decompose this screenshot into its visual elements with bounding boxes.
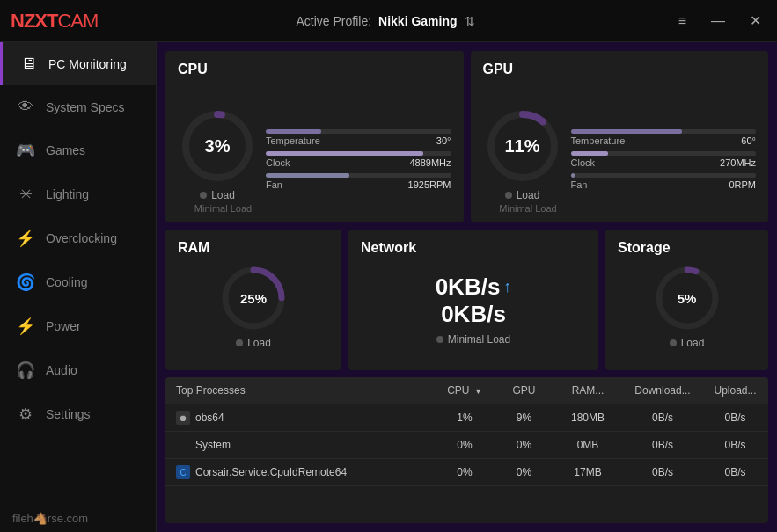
gpu-clock-row: Clock 270MHz	[571, 151, 757, 168]
cpu-clock-label: Clock	[266, 157, 290, 168]
system-ram: 0MB	[553, 433, 623, 457]
storage-dot	[670, 339, 677, 346]
gpu-clock-value: 270MHz	[720, 157, 756, 168]
cpu-card: CPU 3% Load	[165, 51, 464, 222]
table-row: ⏺ obs64 1% 9% 180MB 0B/s 0B/s	[165, 404, 768, 432]
col-header-upload[interactable]: Upload...	[702, 377, 768, 404]
sidebar-label-audio: Audio	[46, 363, 77, 377]
sidebar-label-games: Games	[46, 143, 85, 157]
col-header-ram[interactable]: RAM...	[553, 377, 623, 404]
ram-load-value: 25%	[240, 291, 267, 306]
sidebar-item-cooling[interactable]: 🌀 Cooling	[0, 260, 156, 304]
cpu-load-value: 3%	[205, 135, 231, 156]
table-row: C Corsair.Service.CpuIdRemote64 0% 0% 17…	[165, 459, 768, 486]
app-logo: NZXTCAM	[11, 10, 98, 33]
process-name-obs-label: obs64	[195, 412, 224, 424]
cpu-stats: Temperature 30° Clock 4889MHz	[266, 129, 451, 190]
watermark: fileh🐴rse.com	[12, 512, 88, 525]
cpu-fan-row: Fan 1925RPM	[266, 173, 451, 190]
sidebar-item-system-specs[interactable]: 👁 System Specs	[0, 85, 156, 128]
obs-dl: 0B/s	[623, 405, 702, 430]
cpu-load-label: Load	[211, 189, 235, 201]
network-upload-value: 0KB/s	[436, 273, 501, 301]
cpu-sort-icon: ▼	[474, 387, 482, 396]
obs-ul: 0B/s	[702, 405, 768, 430]
sidebar-item-games[interactable]: 🎮 Games	[0, 128, 156, 172]
eye-icon: 👁	[16, 98, 35, 116]
ram-load-label: Load	[247, 337, 271, 349]
sidebar-label-power: Power	[46, 319, 81, 333]
storage-gauge: 5%	[652, 263, 722, 333]
sidebar-item-settings[interactable]: ⚙ Settings	[0, 392, 156, 436]
col-header-process: Top Processes	[165, 377, 434, 404]
network-download: 0KB/s	[441, 301, 506, 328]
cooling-icon: 🌀	[16, 273, 35, 292]
sidebar-label-cooling: Cooling	[46, 275, 87, 289]
sidebar-item-pc-monitoring[interactable]: 🖥 PC Monitoring	[0, 42, 156, 85]
gpu-dot	[505, 192, 512, 199]
network-download-value: 0KB/s	[441, 301, 506, 328]
cpu-gauge-row: 3% Load Minimal Load Temperature	[178, 84, 451, 235]
logo-cam: CAM	[57, 10, 98, 32]
close-button[interactable]: ✕	[744, 9, 766, 33]
obs-cpu: 1%	[434, 405, 495, 430]
process-name-system-label: System	[195, 439, 231, 451]
process-name-system: System	[165, 432, 434, 458]
top-row: CPU 3% Load	[165, 51, 768, 222]
gpu-gauge: 11%	[483, 106, 562, 186]
minimize-button[interactable]: —	[706, 10, 730, 33]
gpu-fan-label: Fan	[571, 179, 588, 190]
system-icon	[176, 438, 190, 452]
cpu-minimal-load: Minimal Load	[194, 203, 252, 214]
audio-icon: 🎧	[16, 361, 35, 380]
games-icon: 🎮	[16, 141, 35, 160]
cpu-title: CPU	[178, 62, 451, 77]
gpu-temp-label: Temperature	[571, 135, 626, 146]
network-title: Network	[361, 240, 586, 256]
overclocking-icon: ⚡	[16, 229, 35, 248]
cpu-temp-value: 30°	[436, 135, 451, 146]
gpu-load-row: Load	[505, 189, 540, 201]
storage-card: Storage 5% Load	[605, 230, 768, 370]
gpu-fan-value: 0RPM	[729, 179, 756, 190]
gpu-card: GPU 11% Load	[471, 51, 769, 222]
col-header-gpu[interactable]: GPU	[495, 377, 553, 404]
network-content: 0KB/s ↑ 0KB/s Minimal Load	[361, 263, 586, 356]
sidebar-label-pc-monitoring: PC Monitoring	[48, 57, 127, 71]
sidebar-item-power[interactable]: ⚡ Power	[0, 304, 156, 348]
corsair-dl: 0B/s	[623, 460, 702, 485]
active-profile-label: Active Profile:	[296, 14, 371, 28]
processes-section: Top Processes CPU ▼ GPU RAM... Download.…	[165, 377, 768, 523]
cpu-clock-row: Clock 4889MHz	[266, 151, 451, 168]
bottom-row: RAM 25% Load Ne	[165, 230, 768, 370]
network-minimal-load-row: Minimal Load	[436, 333, 510, 346]
menu-button[interactable]: ≡	[673, 10, 692, 33]
active-profile-section: Active Profile: Nikki Gaming ⇅	[296, 14, 474, 28]
gpu-fan-row: Fan 0RPM	[571, 173, 757, 190]
system-ul: 0B/s	[702, 433, 768, 457]
sidebar-item-overclocking[interactable]: ⚡ Overclocking	[0, 216, 156, 260]
col-header-download[interactable]: Download...	[623, 377, 702, 404]
ram-gauge: 25%	[218, 263, 289, 333]
ram-title: RAM	[178, 240, 329, 256]
settings-icon: ⚙	[16, 404, 35, 424]
gpu-minimal-load: Minimal Load	[499, 203, 556, 214]
profile-switcher[interactable]: ⇅	[465, 14, 475, 28]
gpu-stats: Temperature 60° Clock 270MHz	[571, 129, 757, 190]
table-row: System 0% 0% 0MB 0B/s 0B/s	[165, 432, 768, 459]
cpu-dot	[200, 192, 207, 199]
storage-title: Storage	[618, 240, 756, 256]
sidebar-item-lighting[interactable]: ✳ Lighting	[0, 172, 156, 216]
process-name-corsair-label: Corsair.Service.CpuIdRemote64	[195, 466, 347, 478]
profile-name: Nikki Gaming	[378, 14, 457, 28]
gpu-temp-row: Temperature 60°	[571, 129, 757, 146]
cpu-temp-row: Temperature 30°	[266, 129, 451, 146]
sidebar-label-settings: Settings	[46, 407, 91, 421]
sidebar-item-audio[interactable]: 🎧 Audio	[0, 348, 156, 392]
col-header-cpu[interactable]: CPU ▼	[434, 377, 495, 404]
cpu-fan-label: Fan	[266, 179, 282, 190]
process-name-corsair: C Corsair.Service.CpuIdRemote64	[165, 459, 434, 485]
corsair-ul: 0B/s	[702, 460, 768, 485]
gpu-temp-value: 60°	[741, 135, 756, 146]
ram-dot	[236, 339, 243, 346]
